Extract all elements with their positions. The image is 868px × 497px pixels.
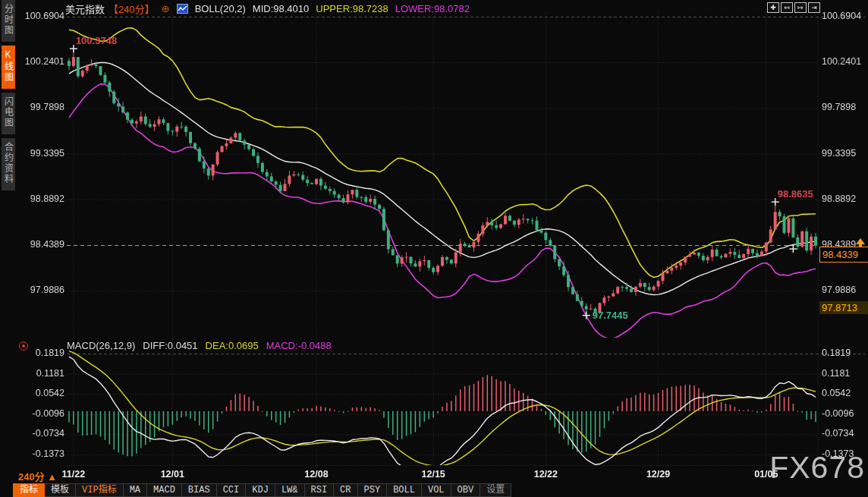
sidebar-item-label: 闪电图 xyxy=(2,96,15,128)
macd-tick-right: 0.0542 xyxy=(822,388,851,398)
macd-tick-right: 0.1819 xyxy=(822,348,851,358)
macd-header: MACD(26,12,9) DIFF:0.0451 DEA:0.0695 MAC… xyxy=(67,340,332,351)
price-tick-right: 99.3395 xyxy=(822,148,856,159)
indicator-toolbar: 指标模板VIP指标MAMACDBIASCCIKDJLW&RSICRPSYBOLL… xyxy=(13,483,511,497)
toolbar-item-RSI[interactable]: RSI xyxy=(305,483,335,497)
price-tick-right: 99.7898 xyxy=(822,102,856,112)
x-axis-row: 240分 ▲ 11/2212/0112/0812/1512/2212/2901/… xyxy=(0,468,868,482)
period-selector[interactable]: 240分 ▲ xyxy=(18,469,57,483)
toolbar-item-OBV[interactable]: OBV xyxy=(451,483,481,497)
toolbar-item-BIAS[interactable]: BIAS xyxy=(182,483,217,497)
date-label-01/05: 01/05 xyxy=(754,469,778,480)
sidebar-item-4[interactable]: 合约资料 xyxy=(2,138,15,190)
toolbar-item-MACD[interactable]: MACD xyxy=(147,483,182,497)
indicator-header: 美元指数 【240分】 ⊕ BOLL(20,2) MID:98.4010 UPP… xyxy=(65,2,470,16)
toolbar-item-指标[interactable]: 指标 xyxy=(13,483,45,497)
chart-style-icon[interactable] xyxy=(177,4,188,14)
toolbar-item-MA[interactable]: MA xyxy=(124,483,147,497)
window-controls: ✚↤↦⇥ xyxy=(767,2,820,13)
macd-title: MACD(26,12,9) xyxy=(67,340,135,351)
date-label-12/01: 12/01 xyxy=(161,469,184,480)
axis-shift-left-icon[interactable]: ↤ xyxy=(781,2,793,13)
price-annotation: 100.3748 xyxy=(76,35,117,46)
boll-mid-value: MID:98.4010 xyxy=(253,3,309,14)
price-tick-right: 100.2401 xyxy=(822,56,861,67)
price-tick-left: 100.2401 xyxy=(20,56,64,67)
boll-upper-value: UPPER:98.7238 xyxy=(316,3,388,14)
toolbar-item-VOL[interactable]: VOL xyxy=(422,483,451,497)
macd-tick-right: -0.0096 xyxy=(822,408,854,419)
toolbar-item-BOLL[interactable]: BOLL xyxy=(387,483,422,497)
macd-tick-left: -0.0096 xyxy=(20,408,64,419)
pan-icon[interactable]: ✚ xyxy=(767,2,779,13)
sidebar-item-2[interactable]: K线图 xyxy=(2,46,15,89)
macd-tick-left: -0.0734 xyxy=(20,428,64,439)
toolbar-item-VIP指标[interactable]: VIP指标 xyxy=(76,483,124,497)
date-label-12/15: 12/15 xyxy=(422,469,445,480)
symbol-name: 美元指数 xyxy=(65,2,105,16)
date-label-12/29: 12/29 xyxy=(646,469,670,480)
price-tick-right: 100.6904 xyxy=(822,11,861,21)
macd-tick-right: 0.1181 xyxy=(822,368,850,379)
chart-app: 分时图K线图闪电图合约资料 美元指数 【240分】 ⊕ BOLL(20,2) M… xyxy=(0,0,868,497)
macd-tick-left: 0.1181 xyxy=(20,368,64,379)
date-label-12/22: 12/22 xyxy=(534,469,558,480)
boll-label: BOLL(20,2) xyxy=(195,3,246,14)
price-annotation: 97.7445 xyxy=(593,310,628,321)
date-label-12/08: 12/08 xyxy=(304,469,328,480)
caret-up-icon: ▲ xyxy=(47,471,57,483)
date-label-11/22: 11/22 xyxy=(62,469,86,480)
price-tick-right: 98.8892 xyxy=(822,193,856,204)
target-icon[interactable] xyxy=(19,341,28,351)
sidebar-item-1[interactable]: 分时图 xyxy=(2,0,15,42)
price-tick-left: 98.8892 xyxy=(20,193,64,204)
toolbar-item-CR[interactable]: CR xyxy=(334,483,357,497)
toolbar-item-模板[interactable]: 模板 xyxy=(45,483,76,497)
axis-shift-right-icon[interactable]: ↦ xyxy=(794,2,807,13)
price-tick-left: 99.7898 xyxy=(20,102,64,112)
toolbar-item-KDJ[interactable]: KDJ xyxy=(246,483,275,497)
price-tick-left: 100.6904 xyxy=(20,11,64,21)
price-tick-left: 99.3395 xyxy=(20,148,64,159)
price-tick-left: 98.4389 xyxy=(20,239,64,250)
add-indicator-icon[interactable]: ⊕ xyxy=(162,3,170,14)
snap-right-icon[interactable]: ⇥ xyxy=(808,2,820,13)
macd-tick-left: 0.0542 xyxy=(20,388,64,398)
macd-diff-value: DIFF:0.0451 xyxy=(143,340,197,351)
settle-price-box: 97.8713 xyxy=(819,301,868,314)
sidebar-item-3[interactable]: 闪电图 xyxy=(2,93,15,134)
last-price-box: 98.4339 xyxy=(819,247,868,263)
price-annotation: 98.8635 xyxy=(778,188,813,200)
toolbar-item-PSY[interactable]: PSY xyxy=(358,483,388,497)
macd-tick-left: 0.1819 xyxy=(20,348,64,358)
period-tag[interactable]: 【240分】 xyxy=(108,2,155,16)
macd-tick-right: -0.0734 xyxy=(822,428,854,439)
price-tick-left: 97.9886 xyxy=(20,285,64,295)
price-tick-right: 97.9886 xyxy=(822,285,856,295)
sidebar-item-label: 分时图 xyxy=(2,4,15,36)
toolbar-item-LW&[interactable]: LW& xyxy=(275,483,305,497)
macd-tick-right: -0.1373 xyxy=(822,448,854,459)
price-chart-canvas[interactable] xyxy=(0,0,868,497)
sidebar-item-label: K线图 xyxy=(2,49,15,83)
toolbar-item-CCI[interactable]: CCI xyxy=(217,483,247,497)
macd-tick-left: -0.1373 xyxy=(20,448,64,459)
macd-dea-value: DEA:0.0695 xyxy=(206,340,259,351)
chart-type-sidebar: 分时图K线图闪电图合约资料 xyxy=(0,0,17,497)
sidebar-item-label: 合约资料 xyxy=(2,142,15,184)
macd-macd-value: MACD:-0.0488 xyxy=(266,340,332,351)
toolbar-item-设置[interactable]: 设置 xyxy=(480,483,511,497)
boll-lower-value: LOWER:98.0782 xyxy=(395,3,470,14)
